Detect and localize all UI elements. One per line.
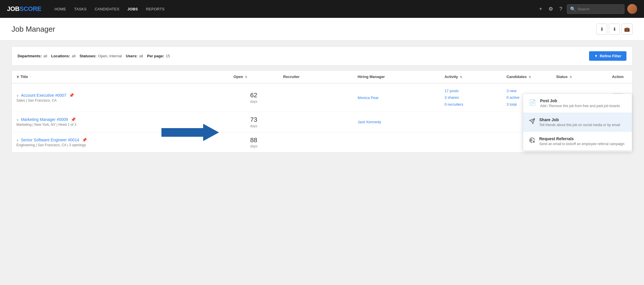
days-number: 73 (234, 116, 274, 124)
col-header-action: Action (607, 71, 632, 83)
activity-posts-link[interactable]: 17 posts (445, 89, 459, 93)
candidates-new: 3 new (506, 89, 517, 93)
search-icon: 🔍 (570, 6, 576, 12)
pin-icon: 📌 (69, 93, 74, 98)
job-meta: Marketing | New York, NY | Hired 1 of 3 (16, 123, 224, 127)
dropdown-item-request-referrals[interactable]: Request Referrals Send an email to kicko… (523, 132, 632, 151)
days-label: days (250, 124, 257, 128)
nav-links: HOME TASKS CANDIDATES JOBS REPORTS (51, 0, 535, 18)
post-job-content: Post Job Add / Remove this job from free… (540, 98, 620, 108)
refine-filter-label: Refine Filter (600, 54, 621, 58)
pin-icon: 📌 (82, 138, 87, 142)
hiring-manager-cell: Monica Pear (353, 83, 440, 112)
col-header-status[interactable]: Status ⇅ (552, 71, 607, 83)
main-content: Departments: all Locations: all Statuses… (0, 41, 644, 158)
search-box[interactable]: 🔍 (567, 4, 624, 14)
recruiter-cell (279, 112, 353, 132)
per-page-value: 15 (166, 54, 170, 58)
recruiter-cell (279, 132, 353, 152)
col-header-hiring: Hiring Manager (353, 71, 440, 83)
job-title-link[interactable]: Senior Software Engineer #0014 (21, 138, 79, 142)
days-label: days (250, 144, 257, 148)
job-title-cell: ∨ Marketing Manager #0009 📌 Marketing | … (12, 112, 229, 132)
navbar: JOBSCORE HOME TASKS CANDIDATES JOBS REPO… (0, 0, 644, 18)
hiring-manager-cell: Jack Kennedy (353, 112, 440, 132)
add-button[interactable]: + (537, 4, 544, 14)
job-title-cell: ∨ Senior Software Engineer #0014 📌 Engin… (12, 132, 229, 152)
nav-right: + ⚙ ? 🔍 (537, 4, 637, 14)
svg-point-2 (531, 139, 532, 141)
dropdown-item-post-job[interactable]: 📄 Post Job Add / Remove this job from fr… (523, 94, 632, 113)
job-title-link[interactable]: Account Executive #0007 (21, 93, 66, 98)
row-chevron: ∨ (16, 94, 19, 97)
col-activity-sort-icon: ⇅ (460, 75, 462, 79)
share-job-title: Share Job (539, 117, 620, 122)
share-job-content: Share Job Tell friends about this job on… (539, 117, 620, 127)
nav-home[interactable]: HOME (51, 0, 70, 18)
open-days-cell: 62 days (229, 83, 279, 112)
per-page-label: Per page: (147, 54, 164, 58)
job-meta: Sales | San Francisco, CA (16, 98, 224, 102)
email-button[interactable]: 💼 (622, 24, 632, 35)
hiring-manager-link[interactable]: Monica Pear (358, 96, 379, 100)
users-value: all (139, 54, 143, 58)
row-chevron: ∨ (16, 138, 19, 142)
request-referrals-title: Request Referrals (539, 136, 624, 141)
table-container: ∨ Title ↑ Open ⇅ Recruiter Hiring Manage… (12, 70, 632, 153)
download-csv-icon: ⬇ (600, 26, 604, 32)
post-job-icon: 📄 (529, 99, 536, 106)
col-open-sort-icon: ⇅ (245, 75, 247, 79)
open-days-cell: 73 days (229, 112, 279, 132)
nav-candidates[interactable]: CANDIDATES (91, 0, 123, 18)
activity-recruiters-link[interactable]: 0 recruiters (445, 102, 463, 107)
hiring-manager-cell (353, 132, 440, 152)
search-input[interactable] (578, 7, 621, 11)
refine-filter-button[interactable]: ▼ Refine Filter (589, 51, 626, 61)
candidates-active: 0 active (506, 95, 519, 100)
header-actions: ⬇ ⬇ 💼 (596, 24, 632, 35)
download-csv-button[interactable]: ⬇ (596, 24, 607, 35)
col-header-activity[interactable]: Activity ⇅ (440, 71, 502, 83)
help-button[interactable]: ? (558, 4, 564, 14)
table-header: ∨ Title ↑ Open ⇅ Recruiter Hiring Manage… (12, 71, 632, 83)
request-referrals-content: Request Referrals Send an email to kicko… (539, 136, 624, 146)
open-days-cell: 88 days (229, 132, 279, 152)
logo-job: JOB (7, 5, 20, 13)
dropdown-item-share-job[interactable]: Share Job Tell friends about this job on… (523, 113, 632, 132)
request-referrals-desc: Send an email to kickoff an employee ref… (539, 142, 624, 146)
departments-label: Departments: (18, 54, 42, 58)
job-title-cell: ∨ Account Executive #0007 📌 Sales | San … (12, 83, 229, 112)
locations-label: Locations: (51, 54, 70, 58)
share-job-desc: Tell friends about this job on social me… (539, 123, 620, 127)
candidates-total: 3 total (506, 102, 517, 107)
users-label: Users: (126, 54, 137, 58)
activity-cell: 17 posts 3 shares 0 recruiters (440, 83, 502, 112)
page-header: Job Manager ⬇ ⬇ 💼 (0, 18, 644, 41)
post-job-title: Post Job (540, 98, 620, 103)
col-header-recruiter: Recruiter (279, 71, 353, 83)
job-title-link[interactable]: Marketing Manager #0009 (21, 117, 68, 122)
col-header-title[interactable]: ∨ Title ↑ (12, 71, 229, 83)
recruiter-cell (279, 83, 353, 112)
nav-reports[interactable]: REPORTS (142, 0, 169, 18)
hiring-manager-link[interactable]: Jack Kennedy (358, 120, 381, 124)
pin-icon: 📌 (71, 117, 76, 122)
nav-tasks[interactable]: TASKS (70, 0, 91, 18)
col-header-candidates[interactable]: Candidates ⇅ (502, 71, 551, 83)
settings-button[interactable]: ⚙ (547, 4, 555, 14)
activity-shares-link[interactable]: 3 shares (445, 95, 459, 100)
post-job-desc: Add / Remove this job from free and paid… (540, 104, 620, 108)
request-referrals-icon (529, 137, 535, 145)
avatar[interactable] (627, 4, 637, 14)
days-label: days (250, 100, 257, 104)
logo[interactable]: JOBSCORE (7, 5, 41, 13)
activity-cell (440, 112, 502, 132)
filter-labels: Departments: all Locations: all Statuses… (18, 54, 172, 58)
col-status-sort-icon: ⇅ (569, 75, 572, 79)
download-pdf-button[interactable]: ⬇ (609, 24, 620, 35)
nav-jobs[interactable]: JOBS (123, 0, 142, 18)
avatar-image (627, 4, 637, 14)
col-title-chevron: ∨ (16, 75, 20, 79)
col-header-open[interactable]: Open ⇅ (229, 71, 279, 83)
page-title: Job Manager (12, 25, 55, 34)
